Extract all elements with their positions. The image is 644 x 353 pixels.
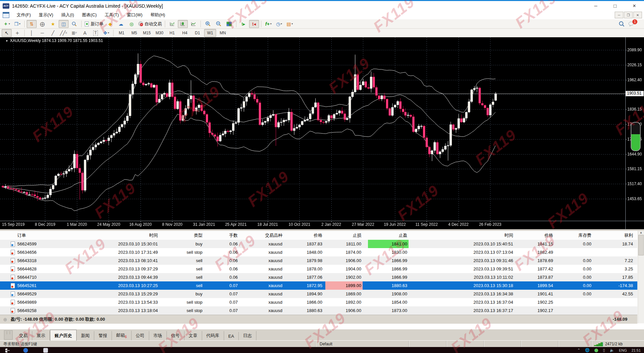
table-row[interactable]: 566495292023.03.13 15:29:29buy0.07xauusd… [0,290,637,298]
strategy-tester-button[interactable] [69,20,79,28]
tab-新闻[interactable]: 新闻 [77,331,94,341]
tray-network-icon[interactable]: 🌐 [585,348,590,352]
timeframe-button-mn[interactable]: MN [217,29,229,37]
table-row[interactable]: 566492582023.03.13 13:18:04sell stop0.07… [0,306,637,315]
auto-scroll-button[interactable]: t▸ [238,20,248,28]
periods-button[interactable]: ◷▾ [274,20,284,28]
zoom-out-button[interactable] [213,20,223,28]
tab-公司[interactable]: 公司 [132,331,149,341]
menu-item-4[interactable]: 图表(C) [78,11,101,19]
tab-信号[interactable]: 信号 [167,331,184,341]
tray-clock[interactable]: 21:51 [631,348,641,352]
metaeditor-button[interactable]: ◆ [105,20,115,28]
column-header-sl[interactable]: 止损 [325,231,363,239]
table-row[interactable]: 566433182023.03.13 08:10:41sell0.06xauus… [0,256,637,265]
history-table-header[interactable]: 订单时间类型手数交易品种价格止损止盈时间价格库存费获利 [0,231,637,240]
column-header-profit[interactable]: 获利 [587,231,634,239]
taskbar-app-icon[interactable] [43,348,48,353]
scroll-up-icon[interactable]: ▲ [640,231,643,234]
new-chart-button[interactable]: ＋▾ [2,20,12,28]
tab-日志[interactable]: 日志 [239,331,256,341]
tab-市场[interactable]: 市场 [149,331,167,341]
horizontal-line-tool-button[interactable]: ─ [37,29,47,37]
menu-item-6[interactable]: 窗口(W) [123,11,147,19]
table-scrollbar[interactable]: ▲ [638,231,644,323]
terminal-button[interactable]: ◫ [59,20,69,28]
tab-账户历史[interactable]: 账户历史 [50,330,77,341]
crosshair-tool-button[interactable]: ＋ [12,29,22,37]
column-header-id[interactable]: 订单 [17,231,84,239]
candlestick-type-button[interactable] [178,20,188,28]
timeframe-button-w1[interactable]: W1 [204,29,216,37]
trendline-tool-button[interactable]: ╱ [48,29,58,37]
data-window-button[interactable]: ⨁ [37,20,47,28]
zoom-in-button[interactable] [203,20,213,28]
column-header-price[interactable]: 价格 [283,231,324,239]
window-close-button[interactable]: ✕ [625,1,644,11]
menu-item-7[interactable]: 帮助(H) [147,11,169,19]
column-header-ctime[interactable]: 时间 [440,231,514,239]
table-row[interactable]: 566446282023.03.13 09:37:29sell0.06xauus… [0,265,637,273]
tray-shield-icon[interactable]: ⬤ [594,348,598,352]
table-row[interactable]: 566452612023.03.13 10:27:25sell0.07xauus… [0,281,637,290]
scrollbar-thumb[interactable] [638,235,644,255]
taskbar-app-icon[interactable] [23,348,28,353]
tray-language-label[interactable]: ENG [619,348,627,352]
templates-button[interactable]: ▤▾ [285,20,295,28]
fibonacci-tool-button[interactable]: ≣F [69,29,79,37]
broadcast-button[interactable]: ◎ [127,20,137,28]
price-chart-canvas[interactable] [0,37,644,229]
tab-警报[interactable]: 警报 [94,331,112,341]
timeframe-button-m5[interactable]: M5 [128,29,140,37]
timeframe-button-m30[interactable]: M30 [154,29,165,37]
column-header-lots[interactable]: 手数 [205,231,239,239]
search-icon[interactable] [617,20,627,28]
label-tool-button[interactable]: T [91,29,101,37]
market-watch-button[interactable]: ⇅ [27,20,37,28]
window-minimize-button[interactable]: ─ [586,1,605,11]
menu-item-2[interactable]: 显示(V) [35,11,57,19]
chart-restore-button[interactable]: ❐ [624,12,633,18]
menu-item-1[interactable]: 文件(F) [13,11,35,19]
tab-邮箱[interactable]: 邮箱6 [112,331,132,341]
column-header-type[interactable]: 类型 [163,231,204,239]
chart-close-button[interactable]: ✕ [633,12,642,18]
timeframe-button-m15[interactable]: M15 [141,29,153,37]
panel-grip-handle[interactable]: ⋮⋮ [4,330,13,340]
menu-item-5[interactable]: 工具(T) [101,11,123,19]
bar-chart-type-button[interactable] [167,20,177,28]
text-tool-button[interactable]: A [80,29,90,37]
indicators-button[interactable]: f+▾ [263,20,273,28]
tab-EA[interactable]: EA [224,332,239,341]
notifications-icon[interactable]: 1 [627,20,640,28]
autotrading-button[interactable]: 自动交易 [137,20,163,28]
navigator-button[interactable]: ★ [48,20,58,28]
column-header-cprice[interactable]: 价格 [514,231,554,239]
tray-chevron-icon[interactable]: ⌃ [577,348,580,352]
tab-展示[interactable]: 展示 [32,331,50,341]
timeframe-button-h1[interactable]: H1 [166,29,178,37]
shapes-tool-button[interactable]: ✥▾ [101,29,111,37]
cursor-tool-button[interactable]: ↖ [2,29,12,37]
windows-start-icon[interactable] [5,348,10,353]
tray-monitor-icon[interactable]: ▯ [603,348,605,352]
line-chart-type-button[interactable] [188,20,198,28]
window-maximize-button[interactable]: □ [605,1,625,11]
tile-windows-button[interactable] [224,20,234,28]
tab-文章[interactable]: 文章 [184,331,202,341]
vertical-line-tool-button[interactable]: │ [27,29,37,37]
channel-tool-button[interactable]: ╱╱E [59,29,69,37]
timeframe-button-m1[interactable]: M1 [116,29,128,37]
table-row[interactable]: 566498692023.03.13 13:54:33sell stop0.07… [0,298,637,306]
table-row[interactable]: 566245992023.03.10 15:30:01buy0.06xauusd… [0,240,637,248]
tray-volume-icon[interactable]: 🔈 [610,348,614,352]
chevron-down-icon[interactable]: ▼ [5,39,8,43]
menu-item-3[interactable]: 插入(I) [57,11,78,19]
tab-交易[interactable]: 交易 [15,331,32,341]
table-row[interactable]: 566447102023.03.13 09:44:39sell0.06xauus… [0,273,637,281]
mql5-community-button[interactable]: ☁ [116,20,126,28]
timeframe-button-d1[interactable]: D1 [191,29,203,37]
new-order-button[interactable]: 新订单 [84,20,105,28]
timeframe-button-h4[interactable]: H4 [179,29,191,37]
column-header-time[interactable]: 时间 [87,231,159,239]
